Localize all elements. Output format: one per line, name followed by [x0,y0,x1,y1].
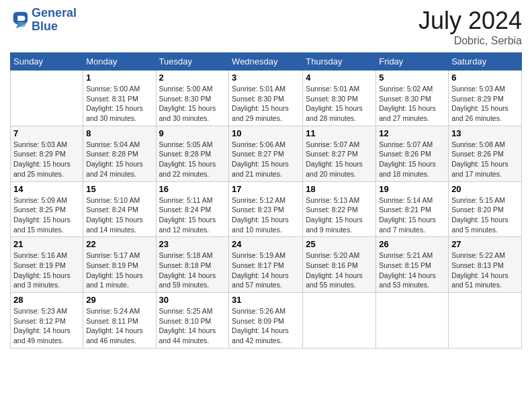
calendar-cell: 25Sunrise: 5:20 AM Sunset: 8:16 PM Dayli… [303,237,376,293]
day-number: 15 [86,184,152,194]
day-number: 18 [306,184,373,194]
calendar-cell [449,293,522,349]
day-number: 10 [232,128,300,138]
day-header-saturday: Saturday [449,53,522,71]
day-header-monday: Monday [83,53,156,71]
day-info: Sunrise: 5:20 AM Sunset: 8:16 PM Dayligh… [306,250,373,290]
day-number: 13 [451,128,519,138]
day-info: Sunrise: 5:14 AM Sunset: 8:21 PM Dayligh… [379,195,445,235]
day-number: 28 [13,295,80,305]
calendar-cell: 4Sunrise: 5:01 AM Sunset: 8:30 PM Daylig… [303,71,376,126]
day-number: 11 [306,128,373,138]
calendar-cell [303,293,376,349]
day-info: Sunrise: 5:23 AM Sunset: 8:12 PM Dayligh… [13,306,80,346]
calendar-cell: 12Sunrise: 5:07 AM Sunset: 8:26 PM Dayli… [376,126,449,181]
calendar-cell: 1Sunrise: 5:00 AM Sunset: 8:31 PM Daylig… [83,71,156,126]
day-info: Sunrise: 5:00 AM Sunset: 8:30 PM Dayligh… [159,84,226,124]
calendar-table: SundayMondayTuesdayWednesdayThursdayFrid… [10,52,522,349]
calendar-cell: 28Sunrise: 5:23 AM Sunset: 8:12 PM Dayli… [11,293,83,349]
calendar-cell: 15Sunrise: 5:10 AM Sunset: 8:24 PM Dayli… [83,181,156,237]
calendar-cell: 24Sunrise: 5:19 AM Sunset: 8:17 PM Dayli… [229,237,303,293]
calendar-cell [376,293,449,349]
day-info: Sunrise: 5:01 AM Sunset: 8:30 PM Dayligh… [306,84,373,124]
day-number: 9 [159,128,226,138]
day-number: 24 [232,239,300,249]
calendar-cell [11,71,83,126]
day-info: Sunrise: 5:18 AM Sunset: 8:18 PM Dayligh… [159,250,226,290]
logo-icon [10,11,29,30]
calendar-cell: 19Sunrise: 5:14 AM Sunset: 8:21 PM Dayli… [376,181,449,237]
day-number: 12 [379,128,445,138]
day-info: Sunrise: 5:03 AM Sunset: 8:29 PM Dayligh… [451,84,519,124]
day-number: 7 [13,128,80,138]
day-info: Sunrise: 5:25 AM Sunset: 8:10 PM Dayligh… [159,306,226,346]
calendar-cell: 3Sunrise: 5:01 AM Sunset: 8:30 PM Daylig… [229,71,303,126]
day-number: 30 [159,295,226,305]
day-info: Sunrise: 5:03 AM Sunset: 8:29 PM Dayligh… [13,140,80,179]
day-info: Sunrise: 5:19 AM Sunset: 8:17 PM Dayligh… [232,250,300,290]
day-info: Sunrise: 5:22 AM Sunset: 8:13 PM Dayligh… [451,250,519,290]
day-number: 4 [306,73,373,83]
day-info: Sunrise: 5:24 AM Sunset: 8:11 PM Dayligh… [86,306,152,346]
day-info: Sunrise: 5:09 AM Sunset: 8:25 PM Dayligh… [13,195,80,235]
day-info: Sunrise: 5:10 AM Sunset: 8:24 PM Dayligh… [86,195,152,235]
calendar-cell: 13Sunrise: 5:08 AM Sunset: 8:26 PM Dayli… [449,126,522,181]
day-info: Sunrise: 5:08 AM Sunset: 8:26 PM Dayligh… [451,140,519,179]
day-number: 22 [86,239,152,249]
calendar-cell: 26Sunrise: 5:21 AM Sunset: 8:15 PM Dayli… [376,237,449,293]
day-number: 3 [232,73,300,83]
calendar-cell: 10Sunrise: 5:06 AM Sunset: 8:27 PM Dayli… [229,126,303,181]
day-info: Sunrise: 5:12 AM Sunset: 8:23 PM Dayligh… [232,195,300,235]
day-info: Sunrise: 5:07 AM Sunset: 8:26 PM Dayligh… [379,140,445,179]
day-header-thursday: Thursday [303,53,376,71]
header: General Blue July 2024 Dobric, Serbia [10,7,522,47]
day-number: 16 [159,184,226,194]
logo: General Blue [10,7,77,34]
day-number: 14 [13,184,80,194]
calendar-cell: 17Sunrise: 5:12 AM Sunset: 8:23 PM Dayli… [229,181,303,237]
day-header-sunday: Sunday [11,53,83,71]
calendar-cell: 18Sunrise: 5:13 AM Sunset: 8:22 PM Dayli… [303,181,376,237]
day-info: Sunrise: 5:26 AM Sunset: 8:09 PM Dayligh… [232,306,300,346]
calendar-cell: 21Sunrise: 5:16 AM Sunset: 8:19 PM Dayli… [11,237,83,293]
calendar-cell: 22Sunrise: 5:17 AM Sunset: 8:19 PM Dayli… [83,237,156,293]
day-header-friday: Friday [376,53,449,71]
title-block: July 2024 Dobric, Serbia [418,7,522,47]
calendar-cell: 29Sunrise: 5:24 AM Sunset: 8:11 PM Dayli… [83,293,156,349]
calendar-cell: 6Sunrise: 5:03 AM Sunset: 8:29 PM Daylig… [449,71,522,126]
day-info: Sunrise: 5:02 AM Sunset: 8:30 PM Dayligh… [379,84,445,124]
day-number: 31 [232,295,300,305]
day-info: Sunrise: 5:06 AM Sunset: 8:27 PM Dayligh… [232,140,300,179]
day-info: Sunrise: 5:05 AM Sunset: 8:28 PM Dayligh… [159,140,226,179]
day-info: Sunrise: 5:11 AM Sunset: 8:24 PM Dayligh… [159,195,226,235]
day-info: Sunrise: 5:16 AM Sunset: 8:19 PM Dayligh… [13,250,80,290]
day-number: 25 [306,239,373,249]
day-number: 29 [86,295,152,305]
calendar-cell: 16Sunrise: 5:11 AM Sunset: 8:24 PM Dayli… [156,181,229,237]
day-number: 20 [451,184,519,194]
calendar-cell: 14Sunrise: 5:09 AM Sunset: 8:25 PM Dayli… [11,181,83,237]
calendar-cell: 20Sunrise: 5:15 AM Sunset: 8:20 PM Dayli… [449,181,522,237]
day-info: Sunrise: 5:00 AM Sunset: 8:31 PM Dayligh… [86,84,152,124]
day-info: Sunrise: 5:13 AM Sunset: 8:22 PM Dayligh… [306,195,373,235]
calendar-cell: 2Sunrise: 5:00 AM Sunset: 8:30 PM Daylig… [156,71,229,126]
calendar-cell: 5Sunrise: 5:02 AM Sunset: 8:30 PM Daylig… [376,71,449,126]
day-number: 17 [232,184,300,194]
day-info: Sunrise: 5:21 AM Sunset: 8:15 PM Dayligh… [379,250,445,290]
month-year: July 2024 [418,7,522,35]
day-number: 6 [451,73,519,83]
day-number: 2 [159,73,226,83]
day-number: 5 [379,73,445,83]
calendar-cell: 31Sunrise: 5:26 AM Sunset: 8:09 PM Dayli… [229,293,303,349]
day-info: Sunrise: 5:01 AM Sunset: 8:30 PM Dayligh… [232,84,300,124]
logo-text: General Blue [32,7,77,34]
calendar-cell: 8Sunrise: 5:04 AM Sunset: 8:28 PM Daylig… [83,126,156,181]
day-number: 26 [379,239,445,249]
day-header-tuesday: Tuesday [156,53,229,71]
day-info: Sunrise: 5:17 AM Sunset: 8:19 PM Dayligh… [86,250,152,290]
day-info: Sunrise: 5:15 AM Sunset: 8:20 PM Dayligh… [451,195,519,235]
day-header-wednesday: Wednesday [229,53,303,71]
page-container: General Blue July 2024 Dobric, Serbia Su… [0,0,532,355]
calendar-cell: 7Sunrise: 5:03 AM Sunset: 8:29 PM Daylig… [11,126,83,181]
calendar-cell: 9Sunrise: 5:05 AM Sunset: 8:28 PM Daylig… [156,126,229,181]
